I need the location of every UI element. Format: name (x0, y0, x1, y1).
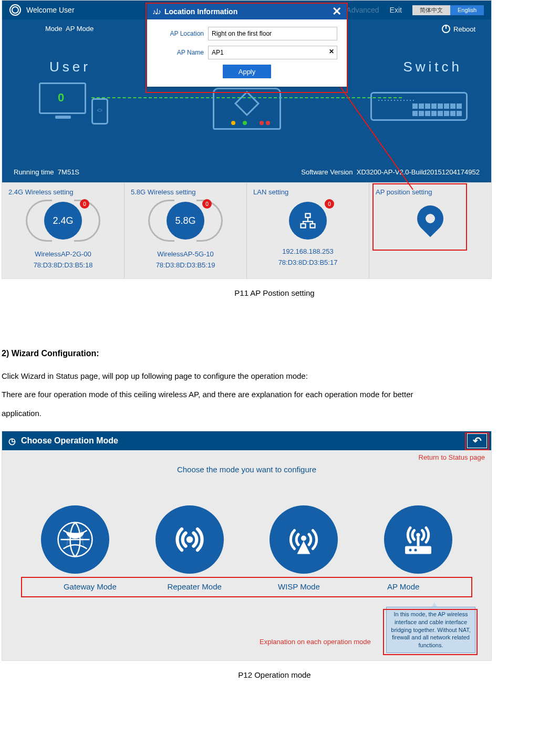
avatar-icon (9, 4, 21, 16)
lan-mac: 78:D3:8D:D3:B5:17 (247, 257, 369, 268)
back-button[interactable]: ↶ (467, 433, 487, 448)
mode-label-gateway: Gateway Mode (38, 582, 142, 591)
svg-point-7 (416, 533, 420, 537)
mac-24g: 78:D3:8D:D3:B5:18 (2, 260, 124, 271)
ssid-24g: WirelessAP-2G-00 (2, 249, 124, 260)
lang-chinese-button[interactable]: 简体中文 (412, 5, 450, 15)
circle-24g: 2.4G (44, 202, 82, 240)
modal-header: ♪♩♪ Location Information ✕ (147, 4, 347, 19)
repeater-icon (156, 505, 224, 574)
apply-button[interactable]: Apply (223, 65, 271, 78)
mode-label: Mode (45, 25, 63, 33)
section-heading: 2) Wizard Configuration: (2, 349, 492, 358)
opmode-title: Choose Operation Mode (21, 436, 118, 446)
settings-tiles: 2.4G Wireless setting 2.4G 0 WirelessAP-… (2, 182, 491, 278)
return-annotation: Return to Status page (419, 453, 485, 462)
topology-diagram: 0 ⌔ (2, 82, 491, 151)
doc-paragraph: application. (2, 405, 492, 422)
tile-lan-setting[interactable]: LAN setting 0 192.168.188.253 78:D3:8D:D… (247, 183, 369, 278)
mode-label-repeater: Repeater Mode (142, 582, 247, 591)
svg-point-6 (301, 536, 306, 541)
location-info-modal: ♪♩♪ Location Information ✕ AP Location A… (147, 4, 347, 87)
tile-title: LAN setting (247, 188, 369, 196)
mode-gateway[interactable] (18, 505, 132, 574)
mode-wisp[interactable] (247, 505, 361, 574)
user-heading: User (49, 59, 91, 75)
software-version: Software Version XD3200-AP-V2.0-Build201… (301, 168, 480, 176)
svg-rect-2 (310, 224, 315, 228)
badge-58g: 0 (202, 199, 212, 209)
operation-mode-header: ◷ Choose Operation Mode ↶ (2, 431, 491, 450)
circle-58g: 5.8G (167, 202, 204, 240)
router-icon (384, 505, 452, 574)
choose-mode-text: Choose the mode you want to configure (2, 465, 491, 474)
switch-device-icon (370, 92, 468, 121)
ap-mode-tooltip: In this mode, the AP wireless interface … (386, 607, 475, 653)
mode-value: AP Mode (66, 25, 94, 33)
user-device-icon: 0 ⌔ (39, 82, 118, 135)
ap-name-input[interactable] (208, 46, 337, 59)
ap-location-label: AP Location (157, 30, 204, 37)
network-icon (289, 202, 327, 240)
svg-rect-0 (306, 214, 310, 218)
mode-label-ap: AP Mode (351, 582, 455, 591)
doc-paragraph: Click Wizard in Status page, will pop up… (2, 368, 492, 385)
tile-58g-wireless[interactable]: 5.8G Wireless setting 5.8G 0 WirelessAP-… (125, 183, 247, 278)
modal-close-button[interactable]: ✕ (332, 5, 341, 18)
ssid-58g: WirelessAP-5G-10 (125, 249, 246, 260)
tile-ap-position[interactable]: AP position setting (369, 183, 491, 278)
info-bar: Running time 7M51S Software Version XD32… (2, 168, 491, 176)
mode-icons-row (2, 505, 491, 574)
ap-location-input[interactable] (208, 27, 337, 40)
location-pin-icon (412, 200, 449, 237)
ap-name-label: AP Name (157, 49, 204, 56)
globe-icon (41, 505, 109, 574)
lan-ip: 192.168.188.253 (247, 246, 369, 257)
svg-point-5 (186, 536, 193, 543)
user-count: 0 (58, 91, 64, 105)
phone-icon: ⌔ (91, 98, 108, 125)
language-switch: 简体中文 English (412, 5, 484, 15)
gauge-icon: ◷ (8, 436, 16, 446)
svg-point-10 (409, 549, 412, 552)
mode-label-wisp: WISP Mode (247, 582, 351, 591)
clear-apname-button[interactable]: ✕ (329, 48, 334, 55)
welcome-text: Welcome User (26, 6, 75, 14)
tile-title: 5.8G Wireless setting (125, 188, 246, 196)
caption-p12: P12 Operation mode (29, 670, 520, 679)
reboot-button[interactable]: Reboot (442, 25, 475, 33)
antenna-icon (270, 505, 338, 574)
nav-advanced[interactable]: Advanced (346, 6, 379, 14)
svg-rect-1 (301, 224, 306, 228)
running-time: Running time 7M51S (14, 168, 79, 176)
tile-title: AP position setting (369, 188, 491, 196)
caption-p11: P11 AP Postion setting (29, 288, 520, 297)
mode-repeater[interactable] (132, 505, 247, 574)
switch-heading: Switch (403, 59, 462, 75)
mode-ap[interactable] (361, 505, 475, 574)
p12-operation-mode-screenshot: ◷ Choose Operation Mode ↶ Return to Stat… (2, 431, 492, 661)
lang-english-button[interactable]: English (450, 5, 484, 15)
tile-title: 2.4G Wireless setting (2, 188, 124, 196)
tile-24g-wireless[interactable]: 2.4G Wireless setting 2.4G 0 WirelessAP-… (2, 183, 125, 278)
power-icon (442, 25, 450, 33)
highlight-modes-redbox: Gateway Mode Repeater Mode WISP Mode AP … (21, 577, 472, 597)
ap-device-icon (213, 88, 281, 130)
svg-point-11 (415, 549, 417, 552)
doc-paragraph: There are four operation mode of this ce… (2, 386, 492, 403)
p11-ap-position-screenshot: Welcome User Advanced Exit 简体中文 English … (2, 0, 492, 279)
nav-exit[interactable]: Exit (390, 6, 402, 14)
sliders-icon: ♪♩♪ (152, 7, 160, 16)
badge-lan: 0 (325, 199, 334, 209)
wifi-icon: ⌔ (97, 107, 102, 116)
modal-title: Location Information (164, 7, 237, 16)
reboot-label: Reboot (453, 25, 475, 33)
badge-24g: 0 (80, 199, 89, 209)
explanation-annotation: Explanation on each operation mode (260, 637, 371, 647)
mac-58g: 78:D3:8D:D3:B5:19 (125, 260, 246, 271)
wizard-config-text: 2) Wizard Configuration: Click Wizard in… (2, 307, 492, 429)
